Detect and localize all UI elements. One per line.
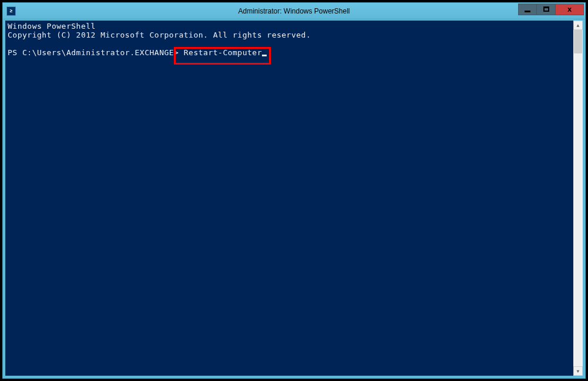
maximize-icon <box>543 6 549 12</box>
scroll-up-button[interactable]: ▲ <box>573 21 583 30</box>
close-icon: x <box>567 5 572 14</box>
scroll-track[interactable] <box>573 30 583 366</box>
window-title: Administrator: Windows PowerShell <box>238 7 350 15</box>
scroll-down-button[interactable]: ▼ <box>573 366 583 376</box>
prompt-text: PS C:\Users\Administrator.EXCHANGE> <box>8 48 179 57</box>
prompt-line: PS C:\Users\Administrator.EXCHANGE> Rest… <box>8 48 571 57</box>
minimize-button[interactable] <box>518 4 537 15</box>
vertical-scrollbar[interactable]: ▲ ▼ <box>573 21 583 376</box>
console-area: Windows PowerShellCopyright (C) 2012 Mic… <box>5 21 583 376</box>
cursor <box>262 55 267 56</box>
titlebar[interactable]: ≥ Administrator: Windows PowerShell x <box>3 3 585 19</box>
powershell-window: ≥ Administrator: Windows PowerShell x Wi… <box>2 2 586 379</box>
header-line-1: Windows PowerShell <box>8 22 571 31</box>
maximize-button[interactable] <box>537 4 556 15</box>
minimize-icon <box>525 11 530 12</box>
close-button[interactable]: x <box>556 4 584 15</box>
powershell-icon: ≥ <box>6 6 16 16</box>
header-line-2: Copyright (C) 2012 Microsoft Corporation… <box>8 31 571 39</box>
scroll-thumb[interactable] <box>574 30 582 53</box>
ps-glyph: ≥ <box>10 8 12 14</box>
window-controls: x <box>518 4 584 15</box>
blank-line <box>8 39 571 48</box>
console-output[interactable]: Windows PowerShellCopyright (C) 2012 Mic… <box>5 21 573 376</box>
command-text: Restart-Computer <box>184 48 262 57</box>
